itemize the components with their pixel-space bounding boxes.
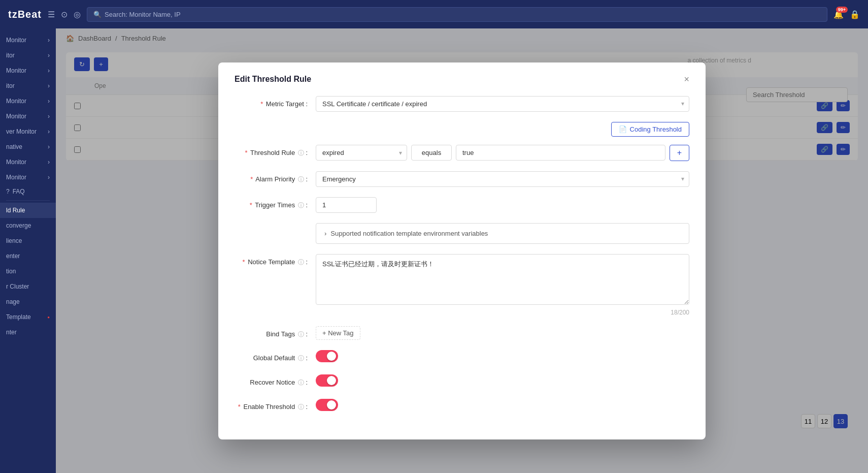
threshold-rule-info-icon[interactable]: ⓘ <box>298 149 304 156</box>
faq-icon: ? <box>6 188 10 195</box>
sidebar-item-monitor-3[interactable]: Monitor › <box>0 63 56 78</box>
coding-threshold-row: 📄 Coding Threshold <box>235 122 689 137</box>
sidebar-label: nter <box>6 329 17 336</box>
trigger-times-input[interactable] <box>316 197 377 213</box>
sidebar-item-enter[interactable]: nter <box>0 325 56 340</box>
new-tag-button[interactable]: + New Tag <box>316 326 360 340</box>
metric-target-select[interactable]: SSL Certificate / certificate / expired <box>316 96 689 112</box>
github-icon[interactable]: ⊙ <box>61 10 68 19</box>
sidebar-label: Monitor <box>6 98 26 105</box>
sidebar-label: itor <box>6 52 15 59</box>
sidebar: Monitor › itor › Monitor › itor › Monito… <box>0 28 56 473</box>
alarm-priority-select-wrapper: Emergency Critical Warning Info ▾ <box>316 171 689 187</box>
sidebar-label: native <box>6 143 22 150</box>
trigger-times-info-icon[interactable]: ⓘ <box>298 202 304 209</box>
recover-notice-info-icon[interactable]: ⓘ <box>298 379 304 386</box>
coding-threshold-button[interactable]: 📄 Coding Threshold <box>611 122 689 137</box>
chevron-icon: › <box>48 82 50 89</box>
global-default-field <box>316 350 689 364</box>
recover-notice-toggle[interactable] <box>316 374 338 387</box>
notice-template-field: SSL证书已经过期，请及时更新证书！ 18/200 <box>316 254 689 316</box>
sidebar-item-monitor-5[interactable]: Monitor › <box>0 93 56 109</box>
bind-tags-info-icon[interactable]: ⓘ <box>298 331 304 338</box>
sidebar-item-itor-2[interactable]: itor › <box>0 78 56 93</box>
rule-value-input[interactable] <box>456 145 665 161</box>
search-placeholder: Search: Monitor Name, IP <box>105 11 181 18</box>
bind-tags-row: Bind Tags ⓘ : + New Tag <box>235 326 689 340</box>
sidebar-item-monitor-10[interactable]: Monitor › <box>0 170 56 185</box>
sidebar-item-silence[interactable]: lience <box>0 233 56 248</box>
enable-threshold-field <box>316 399 689 413</box>
alarm-priority-info-icon[interactable]: ⓘ <box>298 176 304 183</box>
metric-target-row: * Metric Target : SSL Certificate / cert… <box>235 96 689 112</box>
sidebar-item-faq[interactable]: ? FAQ <box>0 185 56 198</box>
template-hint-label <box>235 223 316 227</box>
chevron-icon: › <box>48 98 50 105</box>
sidebar-label: ver Monitor <box>6 128 37 135</box>
char-count: 18/200 <box>316 309 689 316</box>
template-hint-row: › Supported notification template enviro… <box>235 223 689 244</box>
sidebar-label: Monitor <box>6 67 26 74</box>
sidebar-item-cluster[interactable]: r Cluster <box>0 279 56 294</box>
sidebar-label: tion <box>6 268 16 275</box>
notice-template-label: * Notice Template ⓘ : <box>235 254 316 267</box>
sidebar-label: lience <box>6 237 22 244</box>
threshold-rule-label: * Threshold Rule ⓘ : <box>235 145 316 157</box>
notification-badge: 99+ <box>836 7 848 13</box>
document-icon: 📄 <box>619 125 627 133</box>
sidebar-item-monitor-6[interactable]: Monitor › <box>0 109 56 124</box>
sidebar-item-monitor-9[interactable]: Monitor › <box>0 154 56 170</box>
recover-notice-row: Recover Notice ⓘ : <box>235 374 689 389</box>
sidebar-item-manage[interactable]: nage <box>0 294 56 309</box>
bind-tags-field: + New Tag <box>316 326 689 340</box>
enable-threshold-info-icon[interactable]: ⓘ <box>298 403 304 411</box>
message-icon[interactable]: ◎ <box>74 10 81 19</box>
enable-threshold-toggle[interactable] <box>316 399 338 411</box>
hamburger-icon[interactable]: ☰ <box>48 10 55 19</box>
sidebar-item-server-monitor[interactable]: ver Monitor › <box>0 124 56 139</box>
alarm-priority-select[interactable]: Emergency Critical Warning Info <box>316 171 689 187</box>
sidebar-label: ld Rule <box>6 207 25 214</box>
required-star: * <box>238 403 241 411</box>
rule-select[interactable]: expired <box>316 145 407 161</box>
notice-template-info-icon[interactable]: ⓘ <box>298 259 304 266</box>
notification-button[interactable]: 🔔 99+ <box>833 10 844 19</box>
toggle-slider <box>316 399 338 411</box>
modal-close-button[interactable]: × <box>684 75 689 84</box>
sidebar-label: enter <box>6 253 20 260</box>
template-hint-button[interactable]: › Supported notification template enviro… <box>316 223 689 244</box>
threshold-rule-row: * Threshold Rule ⓘ : expired ▾ equals <box>235 145 689 161</box>
rule-select-wrapper: expired ▾ <box>316 145 407 161</box>
sidebar-item-center[interactable]: enter <box>0 248 56 264</box>
sidebar-item-converge[interactable]: converge <box>0 218 56 233</box>
enable-threshold-row: * Enable Threshold ⓘ : <box>235 399 689 413</box>
sidebar-item-native[interactable]: native › <box>0 139 56 154</box>
chevron-icon: › <box>48 143 50 150</box>
notice-template-textarea[interactable]: SSL证书已经过期，请及时更新证书！ <box>316 254 689 305</box>
chevron-icon: › <box>48 174 50 181</box>
chevron-icon: › <box>48 37 50 44</box>
rule-add-button[interactable]: + <box>670 145 689 161</box>
sidebar-item-threshold-rule[interactable]: ld Rule <box>0 203 56 218</box>
chevron-icon: › <box>48 113 50 120</box>
global-search[interactable]: 🔍 Search: Monitor Name, IP <box>87 7 827 22</box>
global-default-toggle[interactable] <box>316 350 338 362</box>
chevron-icon: › <box>48 128 50 135</box>
sidebar-item-action[interactable]: tion <box>0 264 56 279</box>
enable-threshold-label: * Enable Threshold ⓘ : <box>235 399 316 412</box>
metric-target-label: * Metric Target : <box>235 96 316 108</box>
search-icon: 🔍 <box>93 11 102 18</box>
alarm-priority-row: * Alarm Priority ⓘ : Emergency Critical … <box>235 171 689 187</box>
sidebar-label: nage <box>6 298 20 305</box>
rule-operator: equals <box>411 145 452 161</box>
trigger-times-label: * Trigger Times ⓘ : <box>235 197 316 210</box>
chevron-right-icon: › <box>324 230 326 237</box>
required-star: * <box>260 100 263 108</box>
sidebar-label: Monitor <box>6 37 26 44</box>
global-default-info-icon[interactable]: ⓘ <box>298 355 304 362</box>
sidebar-item-monitor-1[interactable]: Monitor › <box>0 33 56 48</box>
sidebar-item-template[interactable]: Template ● <box>0 309 56 325</box>
sidebar-item-itor[interactable]: itor › <box>0 48 56 63</box>
modal-overlay: Edit Threshold Rule × * Metric Target : … <box>56 28 868 473</box>
lock-icon[interactable]: 🔒 <box>850 10 860 19</box>
